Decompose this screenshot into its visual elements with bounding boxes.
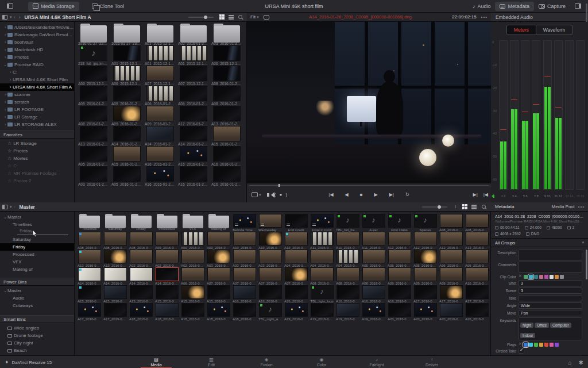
pool-clip[interactable]: A17_2016-01-28_0...: [464, 285, 490, 303]
viewer-options-menu[interactable]: •••: [481, 14, 488, 20]
storage-folder[interactable]: A02_2016-01-27_224...: [177, 24, 210, 45]
settings-gear-icon[interactable]: ✱: [579, 359, 583, 366]
color-swatch[interactable]: [539, 343, 543, 347]
field-angle-input[interactable]: Wide: [519, 302, 582, 309]
metadata-groups-dropdown[interactable]: All Groups▾: [491, 239, 588, 247]
pool-clip[interactable]: A02_2016-01-28_2...: [154, 250, 180, 267]
speaker-icon[interactable]: [267, 193, 269, 197]
pool-clip[interactable]: A02_2016-01-28_2...: [128, 250, 154, 267]
pool-clip[interactable]: A12_2016-01-28_2...: [412, 232, 438, 250]
pool-clip[interactable]: A19_2016-01-28_0...: [335, 303, 361, 321]
storage-clip[interactable]: A15_2016-01-28_224...: [110, 146, 144, 166]
stop-button[interactable]: ■: [357, 192, 366, 197]
storage-clip[interactable]: A05_2016-01-28_100...: [77, 146, 110, 166]
pool-clip[interactable]: A12_2016-01-28_2...: [386, 232, 412, 250]
smart-bin-item[interactable]: Beach: [0, 347, 74, 354]
storage-tree-item[interactable]: ›Blackmagic DaVinci Resolve Studio: [0, 31, 74, 39]
pool-clip[interactable]: A10_2016-01-28_2...: [231, 232, 257, 250]
storage-clip[interactable]: A07_2015-12-17_194...: [144, 66, 177, 86]
metadata-panel-button[interactable]: Metadata: [495, 2, 534, 11]
pool-clip[interactable]: A04_2016-01-28_2...: [335, 250, 361, 267]
pool-clip[interactable]: A20_2016-01-28_0...: [386, 303, 412, 321]
collapse-left-panel-button[interactable]: [2, 2, 18, 11]
storage-clip[interactable]: A08_2016-01-28_215...: [77, 106, 110, 126]
storage-tree-item[interactable]: ›Macintosh HD: [0, 46, 74, 53]
color-swatch[interactable]: [544, 343, 548, 347]
pool-clip[interactable]: A04_2016-01-28_2...: [309, 250, 335, 267]
pool-folder[interactable]: Saturday: [102, 214, 128, 232]
pool-clip[interactable]: A19_2016-01-28_0...: [283, 303, 309, 321]
pool-clip[interactable]: A11_2016-01-28_2...: [309, 232, 335, 250]
pool-clip[interactable]: Belinda Timeline: [231, 214, 257, 232]
go-to-first-frame-button[interactable]: |◀: [326, 192, 336, 197]
metadata-scrollbar[interactable]: [586, 250, 587, 279]
pool-clip[interactable]: A09_2016-01-28_2...: [206, 232, 231, 250]
pool-clip[interactable]: A06_2016-01-28_2...: [180, 267, 206, 285]
pool-clip[interactable]: A17_2016-01-28_0...: [76, 303, 102, 321]
storage-clip[interactable]: A15_2016-01-28_223...: [210, 126, 243, 146]
storage-clip[interactable]: A16_2016-01-28_234...: [144, 166, 177, 186]
pool-clip[interactable]: A16_2016-01-28_0...: [231, 285, 257, 303]
storage-clip[interactable]: A08_2016-01-28_214...: [210, 86, 243, 106]
smart-bin-item[interactable]: City night: [0, 339, 74, 347]
pool-search-icon[interactable]: [482, 205, 486, 209]
bin-item[interactable]: ⌄Master: [0, 213, 74, 221]
bin-item[interactable]: Making of: [0, 266, 74, 273]
field-move-input[interactable]: Pan: [519, 310, 582, 316]
storage-tree-item[interactable]: ›LR FOOTAGE: [0, 106, 74, 113]
color-swatch[interactable]: [519, 343, 523, 347]
clone-tool-button[interactable]: Clone Tool: [87, 2, 129, 11]
pool-clip[interactable]: A05_2016-01-28_2...: [386, 250, 412, 267]
pool-clip[interactable]: A05_2016-01-28_2...: [361, 250, 386, 267]
pool-clip[interactable]: ♪First Class: [386, 214, 412, 232]
pool-clip[interactable]: A09_2016-01-28_2...: [180, 232, 206, 250]
page-tab-media[interactable]: ▤Media: [138, 356, 174, 368]
storage-tree-item[interactable]: ›scratch: [0, 98, 74, 106]
color-swatch[interactable]: [529, 343, 533, 347]
pool-clip[interactable]: A08_2016-01-27_2...: [76, 232, 102, 250]
storage-folder[interactable]: 2016-01-27_2223.12: [77, 24, 110, 45]
list-view-icon[interactable]: [229, 14, 234, 20]
storage-clip[interactable]: A01_2015-12-17_182...: [177, 45, 210, 66]
pool-clip[interactable]: A09_2016-01-28_2...: [412, 267, 438, 285]
storage-clip[interactable]: A09_2016-01-28_220...: [110, 106, 144, 126]
viewer-display-mode-icon[interactable]: [252, 192, 258, 197]
pool-clip[interactable]: A04_2016-01-28_2...: [283, 250, 309, 267]
storage-clip[interactable]: A14_2016-01-28_220...: [110, 126, 144, 146]
pool-clip[interactable]: ♪TBL_full_freeway_: [335, 214, 361, 232]
pool-clip[interactable]: A10_2016-01-28_2...: [283, 232, 309, 250]
storage-clip[interactable]: A16_2016-01-28_225...: [144, 146, 177, 166]
pool-zoom-slider[interactable]: [422, 206, 447, 208]
storage-tree-item[interactable]: ›bootVault: [0, 39, 74, 46]
color-swatch[interactable]: [524, 343, 528, 347]
storage-clip[interactable]: A08_2016-01-27_221...: [210, 66, 243, 86]
pool-clip[interactable]: A15_2016-01-28_0...: [76, 285, 102, 303]
pool-clip[interactable]: A10_2016-01-28_2...: [464, 267, 490, 285]
storage-tree-item[interactable]: ›URSA Mini 4.6K Short Film: [0, 76, 74, 83]
storage-folder[interactable]: A03_2016-01-27_225...: [210, 24, 243, 45]
pool-list-view-icon[interactable]: [471, 204, 477, 209]
storage-zoom-slider[interactable]: [188, 17, 214, 18]
favorite-item[interactable]: ☆Movies: [0, 155, 74, 162]
favorite-item[interactable]: ☆MR Promise Footage: [0, 170, 74, 177]
smart-bin-item[interactable]: Drone footage: [0, 332, 74, 339]
page-tab-deliver[interactable]: ↑Deliver: [414, 356, 450, 368]
storage-clip[interactable]: A06_2015-12-17_190...: [77, 66, 110, 86]
pool-clip[interactable]: A07_2016-01-28_2...: [206, 267, 231, 285]
field-comments-textarea[interactable]: [519, 262, 582, 273]
bin-item[interactable]: VFX: [0, 258, 74, 266]
pool-clip[interactable]: A20_2016-01-28_0...: [464, 303, 490, 321]
storage-clip[interactable]: A16_2016-01-28_235...: [177, 166, 210, 186]
storage-tree-item[interactable]: ›scanner: [0, 91, 74, 98]
viewer-scrub-bar[interactable]: [247, 183, 491, 187]
pool-clip[interactable]: ♪A-ver: [361, 214, 386, 232]
pool-clip[interactable]: A16_2016-01-28_0...: [386, 285, 412, 303]
storage-clip[interactable]: A13_2016-01-28_223...: [210, 106, 243, 126]
storage-clip[interactable]: A05_2016-01-28_202...: [77, 86, 110, 106]
pool-clip[interactable]: A08_2016-01-27_2...: [102, 232, 128, 250]
pool-grid-view-icon[interactable]: [462, 204, 467, 209]
collapse-right-panel-button[interactable]: [570, 2, 586, 11]
pool-clip[interactable]: A07_2016-01-28_2...: [283, 267, 309, 285]
storage-tree-item[interactable]: ›URSA Mini 4.6K Short Film A: [0, 83, 74, 91]
bin-item[interactable]: Processed: [0, 251, 74, 258]
